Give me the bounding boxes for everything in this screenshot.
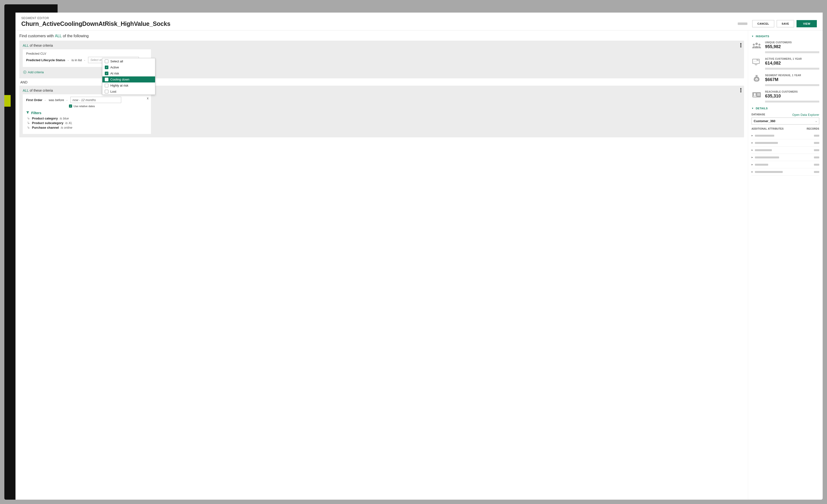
filters-header[interactable]: Filters xyxy=(26,111,148,115)
insight-metric: ACTIVE CUSTOMERS, 1 YEAR614,082 xyxy=(751,58,819,70)
metric-bar xyxy=(765,68,819,70)
checkbox-icon xyxy=(105,78,108,81)
records-label: RECORDS xyxy=(807,128,819,130)
caret-icon: ⌄ xyxy=(66,99,68,101)
checkbox-icon xyxy=(105,59,108,63)
users-icon xyxy=(751,41,762,50)
insight-metric: $SEGMENT REVENUE, 1 YEAR$667M xyxy=(751,74,819,86)
svg-point-0 xyxy=(756,43,758,45)
modal-subtitle: SEGMENT EDITOR xyxy=(21,16,738,20)
trend-icon xyxy=(751,58,762,66)
checkbox-icon: ✓ xyxy=(105,71,108,75)
attribute-row[interactable]: ▶ xyxy=(751,147,819,154)
arrow-icon: ↳ xyxy=(27,125,30,130)
arrow-icon: ↳ xyxy=(27,121,30,125)
chevron-down-icon: ▼ xyxy=(751,107,754,109)
plus-icon: + xyxy=(23,70,27,74)
idcard-icon xyxy=(751,91,762,99)
segment-editor-modal: SEGMENT EDITOR Churn_ActiveCoolingDownAt… xyxy=(15,12,823,500)
arrow-icon: ↳ xyxy=(27,116,30,120)
caret-icon: ⌄ xyxy=(84,59,86,61)
right-panel: ▼ INSIGHTS UNIQUE CUSTOMERS955,982ACTIVE… xyxy=(748,31,823,500)
dropdown-option[interactable]: ✓At risk xyxy=(102,70,155,77)
checkbox-icon: ✓ xyxy=(105,65,108,69)
chevron-right-icon: ▶ xyxy=(751,163,753,166)
dropdown-option[interactable]: Lost xyxy=(102,89,155,95)
criteria-card-first-order: x First Order ⌄ was before ⌄ ✓ Use relat… xyxy=(23,94,151,134)
insight-metric: UNIQUE CUSTOMERS955,982 xyxy=(751,41,819,53)
multiselect-dropdown[interactable]: Select all✓Active✓At riskCooling downHig… xyxy=(102,58,155,95)
attribute-dropdown[interactable]: Predicted Lifecycle Status xyxy=(26,58,65,62)
filter-row[interactable]: ↳Product subcategoryis XL xyxy=(27,121,148,125)
chevron-right-icon: ▶ xyxy=(751,149,753,151)
card-title: Predicted CLV xyxy=(26,52,148,55)
group-menu-icon[interactable]: ••• xyxy=(740,43,742,48)
dropdown-option[interactable]: ✓Active xyxy=(102,64,155,70)
attribute-row[interactable]: ▶ xyxy=(751,161,819,168)
date-value-input[interactable] xyxy=(70,97,121,103)
all-keyword[interactable]: ALL xyxy=(55,34,62,38)
moneybag-icon: $ xyxy=(751,74,762,83)
attribute-row[interactable]: ▶ xyxy=(751,168,819,175)
find-customers-line: Find customers with ALL of the following xyxy=(19,34,744,38)
attribute-row[interactable]: ▶ xyxy=(751,132,819,139)
metric-bar xyxy=(765,51,819,53)
metric-bar xyxy=(765,84,819,86)
checkbox-icon: ✓ xyxy=(69,104,72,108)
cancel-button[interactable]: CANCEL xyxy=(752,20,774,27)
dropdown-option[interactable]: Select all xyxy=(102,58,155,64)
caret-icon: ⌄ xyxy=(815,120,817,122)
dropdown-option[interactable]: Cooling down xyxy=(102,77,155,83)
relative-dates-toggle[interactable]: ✓ Use relative dates xyxy=(69,104,148,108)
criteria-group-1: ••• ALL of these criteria Predicted CLV … xyxy=(19,41,744,79)
caret-icon: ⌄ xyxy=(44,99,46,101)
close-icon[interactable]: x xyxy=(147,96,149,100)
open-data-explorer-link[interactable]: Open Data Explorer xyxy=(792,113,819,116)
svg-point-2 xyxy=(759,44,761,46)
svg-point-1 xyxy=(753,44,755,46)
chevron-right-icon: ▶ xyxy=(751,135,753,137)
metric-bar xyxy=(765,101,819,103)
group-label: ALL of these criteria xyxy=(23,44,741,47)
criteria-editor: Find customers with ALL of the following… xyxy=(15,31,748,500)
svg-point-7 xyxy=(754,93,756,95)
insights-header[interactable]: ▼ INSIGHTS xyxy=(751,35,819,38)
chevron-right-icon: ▶ xyxy=(751,156,753,158)
svg-rect-8 xyxy=(757,94,760,94)
filter-row[interactable]: ↳Purchase channelis online xyxy=(27,125,148,130)
group-menu-icon[interactable]: ••• xyxy=(740,88,742,93)
additional-attributes-label: ADDITIONAL ATTRIBUTES xyxy=(751,128,784,130)
attribute-row[interactable]: ▶ xyxy=(751,139,819,147)
filter-row[interactable]: ↳Product categoryis blue xyxy=(27,116,148,120)
insight-metric: REACHABLE CUSTOMERS635,310 xyxy=(751,91,819,103)
criteria-card-clv: Predicted CLV Predicted Lifecycle Status… xyxy=(23,49,151,67)
details-header[interactable]: ▼ DETAILS xyxy=(751,107,819,110)
add-criteria-button[interactable]: + Add criteria xyxy=(23,70,44,74)
chevron-down-icon: ▼ xyxy=(751,35,754,38)
checkbox-icon xyxy=(105,90,108,93)
segment-title: Churn_ActiveCoolingDownAtRisk_HighValue_… xyxy=(21,20,738,27)
operator-dropdown[interactable]: is in list xyxy=(71,58,82,62)
caret-icon: ⌄ xyxy=(67,59,69,61)
checkbox-icon xyxy=(105,84,108,87)
svg-rect-9 xyxy=(757,95,760,96)
modal-header: SEGMENT EDITOR Churn_ActiveCoolingDownAt… xyxy=(15,12,823,31)
chevron-right-icon: ▶ xyxy=(751,142,753,144)
dropdown-option[interactable]: Highly at risk xyxy=(102,83,155,89)
funnel-icon xyxy=(26,111,29,114)
sidebar-active-indicator xyxy=(4,95,11,107)
attribute-row[interactable]: ▶ xyxy=(751,154,819,161)
view-button[interactable]: VIEW xyxy=(796,20,817,27)
database-label: DATABASE xyxy=(751,113,765,116)
header-placeholder xyxy=(738,22,747,25)
operator-dropdown[interactable]: was before xyxy=(49,98,64,102)
database-select[interactable]: Customer_360 ⌄ xyxy=(751,117,819,124)
save-button[interactable]: SAVE xyxy=(777,20,794,27)
chevron-right-icon: ▶ xyxy=(751,171,753,173)
attribute-dropdown[interactable]: First Order xyxy=(26,98,42,102)
